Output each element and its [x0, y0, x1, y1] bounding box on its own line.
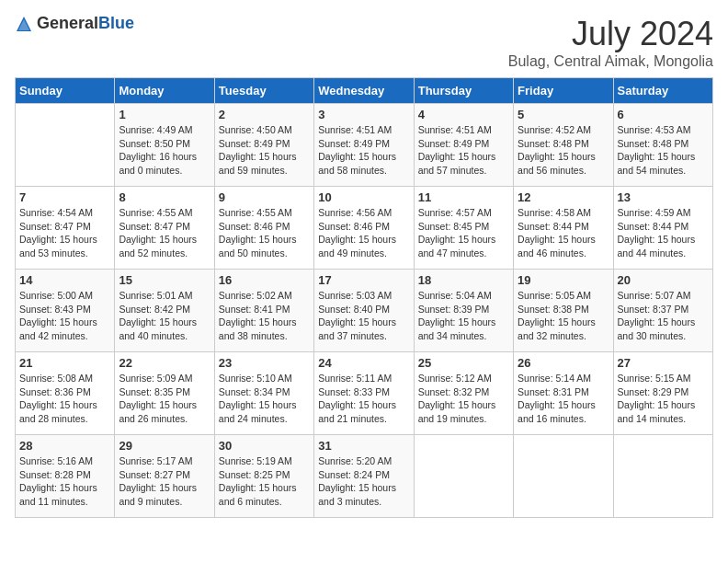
header-friday: Friday	[514, 78, 613, 104]
day-info: Sunrise: 5:00 AM Sunset: 8:43 PM Dayligh…	[19, 289, 110, 343]
day-cell: 21Sunrise: 5:08 AM Sunset: 8:36 PM Dayli…	[16, 352, 115, 435]
day-info: Sunrise: 4:53 AM Sunset: 8:48 PM Dayligh…	[618, 123, 709, 178]
day-cell: 4Sunrise: 4:51 AM Sunset: 8:49 PM Daylig…	[414, 104, 513, 187]
day-number: 30	[219, 439, 310, 453]
day-info: Sunrise: 5:05 AM Sunset: 8:38 PM Dayligh…	[518, 289, 609, 343]
day-number: 29	[119, 439, 210, 453]
day-number: 16	[219, 273, 310, 287]
day-number: 26	[518, 356, 609, 370]
month-title: July 2024	[508, 15, 713, 53]
week-row-2: 7Sunrise: 4:54 AM Sunset: 8:47 PM Daylig…	[16, 187, 713, 270]
header-monday: Monday	[115, 78, 214, 104]
week-row-5: 28Sunrise: 5:16 AM Sunset: 8:28 PM Dayli…	[16, 435, 713, 518]
header-saturday: Saturday	[613, 78, 712, 104]
day-info: Sunrise: 5:02 AM Sunset: 8:41 PM Dayligh…	[219, 289, 310, 343]
week-row-3: 14Sunrise: 5:00 AM Sunset: 8:43 PM Dayli…	[16, 270, 713, 352]
day-number: 28	[19, 439, 110, 453]
day-cell: 16Sunrise: 5:02 AM Sunset: 8:41 PM Dayli…	[214, 270, 313, 352]
day-info: Sunrise: 5:19 AM Sunset: 8:25 PM Dayligh…	[219, 454, 310, 509]
day-info: Sunrise: 5:08 AM Sunset: 8:36 PM Dayligh…	[19, 372, 110, 426]
day-number: 22	[119, 356, 210, 370]
day-cell: 27Sunrise: 5:15 AM Sunset: 8:29 PM Dayli…	[613, 352, 712, 435]
day-number: 21	[19, 356, 110, 370]
day-info: Sunrise: 5:09 AM Sunset: 8:35 PM Dayligh…	[119, 372, 210, 426]
day-number: 15	[119, 273, 210, 287]
day-info: Sunrise: 4:50 AM Sunset: 8:49 PM Dayligh…	[219, 123, 310, 178]
day-cell: 30Sunrise: 5:19 AM Sunset: 8:25 PM Dayli…	[214, 435, 313, 518]
day-cell: 29Sunrise: 5:17 AM Sunset: 8:27 PM Dayli…	[115, 435, 214, 518]
day-cell: 7Sunrise: 4:54 AM Sunset: 8:47 PM Daylig…	[16, 187, 115, 270]
day-cell: 10Sunrise: 4:56 AM Sunset: 8:46 PM Dayli…	[314, 187, 414, 270]
header-tuesday: Tuesday	[214, 78, 313, 104]
day-number: 24	[318, 356, 409, 370]
day-number: 9	[219, 190, 310, 204]
day-info: Sunrise: 5:10 AM Sunset: 8:34 PM Dayligh…	[219, 372, 310, 426]
day-number: 7	[19, 190, 110, 204]
day-cell: 20Sunrise: 5:07 AM Sunset: 8:37 PM Dayli…	[613, 270, 712, 352]
day-cell: 3Sunrise: 4:51 AM Sunset: 8:49 PM Daylig…	[314, 104, 414, 187]
day-cell	[514, 435, 613, 518]
day-cell: 8Sunrise: 4:55 AM Sunset: 8:47 PM Daylig…	[115, 187, 214, 270]
day-number: 4	[418, 108, 509, 121]
day-number: 17	[318, 273, 409, 287]
day-info: Sunrise: 4:58 AM Sunset: 8:44 PM Dayligh…	[518, 206, 609, 260]
day-number: 2	[219, 108, 310, 121]
day-info: Sunrise: 4:49 AM Sunset: 8:50 PM Dayligh…	[119, 123, 210, 178]
day-cell: 11Sunrise: 4:57 AM Sunset: 8:45 PM Dayli…	[414, 187, 513, 270]
day-cell: 9Sunrise: 4:55 AM Sunset: 8:46 PM Daylig…	[214, 187, 313, 270]
calendar-header-row: SundayMondayTuesdayWednesdayThursdayFrid…	[16, 78, 713, 104]
day-info: Sunrise: 5:14 AM Sunset: 8:31 PM Dayligh…	[518, 372, 609, 426]
day-cell: 26Sunrise: 5:14 AM Sunset: 8:31 PM Dayli…	[514, 352, 613, 435]
day-info: Sunrise: 4:55 AM Sunset: 8:46 PM Dayligh…	[219, 206, 310, 260]
day-cell: 22Sunrise: 5:09 AM Sunset: 8:35 PM Dayli…	[115, 352, 214, 435]
day-number: 18	[418, 273, 509, 287]
header-thursday: Thursday	[414, 78, 513, 104]
day-cell: 2Sunrise: 4:50 AM Sunset: 8:49 PM Daylig…	[214, 104, 313, 187]
day-info: Sunrise: 4:57 AM Sunset: 8:45 PM Dayligh…	[418, 206, 509, 260]
day-cell: 19Sunrise: 5:05 AM Sunset: 8:38 PM Dayli…	[514, 270, 613, 352]
day-cell	[16, 104, 115, 187]
day-number: 12	[518, 190, 609, 204]
header-sunday: Sunday	[16, 78, 115, 104]
day-number: 25	[418, 356, 509, 370]
day-info: Sunrise: 4:51 AM Sunset: 8:49 PM Dayligh…	[418, 123, 509, 178]
day-number: 20	[618, 273, 709, 287]
day-number: 27	[618, 356, 709, 370]
day-info: Sunrise: 5:12 AM Sunset: 8:32 PM Dayligh…	[418, 372, 509, 426]
day-number: 10	[318, 190, 409, 204]
day-cell: 28Sunrise: 5:16 AM Sunset: 8:28 PM Dayli…	[16, 435, 115, 518]
header-wednesday: Wednesday	[314, 78, 414, 104]
day-cell: 5Sunrise: 4:52 AM Sunset: 8:48 PM Daylig…	[514, 104, 613, 187]
day-cell: 6Sunrise: 4:53 AM Sunset: 8:48 PM Daylig…	[613, 104, 712, 187]
logo-general: GeneralBlue	[37, 15, 134, 33]
day-number: 14	[19, 273, 110, 287]
day-info: Sunrise: 5:11 AM Sunset: 8:33 PM Dayligh…	[318, 372, 409, 426]
page-header: GeneralBlue July 2024 Bulag, Central Aim…	[15, 15, 713, 70]
day-number: 19	[518, 273, 609, 287]
title-area: July 2024 Bulag, Central Aimak, Mongolia	[508, 15, 713, 70]
day-info: Sunrise: 4:52 AM Sunset: 8:48 PM Dayligh…	[518, 123, 609, 178]
day-info: Sunrise: 4:56 AM Sunset: 8:46 PM Dayligh…	[318, 206, 409, 260]
day-cell: 25Sunrise: 5:12 AM Sunset: 8:32 PM Dayli…	[414, 352, 513, 435]
day-number: 11	[418, 190, 509, 204]
week-row-1: 1Sunrise: 4:49 AM Sunset: 8:50 PM Daylig…	[16, 104, 713, 187]
day-info: Sunrise: 5:01 AM Sunset: 8:42 PM Dayligh…	[119, 289, 210, 343]
logo-icon	[15, 15, 33, 33]
day-info: Sunrise: 5:17 AM Sunset: 8:27 PM Dayligh…	[119, 454, 210, 509]
day-cell: 15Sunrise: 5:01 AM Sunset: 8:42 PM Dayli…	[115, 270, 214, 352]
day-number: 1	[119, 108, 210, 121]
week-row-4: 21Sunrise: 5:08 AM Sunset: 8:36 PM Dayli…	[16, 352, 713, 435]
day-cell: 23Sunrise: 5:10 AM Sunset: 8:34 PM Dayli…	[214, 352, 313, 435]
day-info: Sunrise: 5:15 AM Sunset: 8:29 PM Dayligh…	[618, 372, 709, 426]
day-info: Sunrise: 4:55 AM Sunset: 8:47 PM Dayligh…	[119, 206, 210, 260]
day-info: Sunrise: 5:20 AM Sunset: 8:24 PM Dayligh…	[318, 454, 409, 509]
day-info: Sunrise: 5:03 AM Sunset: 8:40 PM Dayligh…	[318, 289, 409, 343]
day-number: 5	[518, 108, 609, 121]
day-cell: 13Sunrise: 4:59 AM Sunset: 8:44 PM Dayli…	[613, 187, 712, 270]
day-cell	[613, 435, 712, 518]
day-info: Sunrise: 4:51 AM Sunset: 8:49 PM Dayligh…	[318, 123, 409, 178]
day-cell: 12Sunrise: 4:58 AM Sunset: 8:44 PM Dayli…	[514, 187, 613, 270]
day-cell: 31Sunrise: 5:20 AM Sunset: 8:24 PM Dayli…	[314, 435, 414, 518]
day-number: 8	[119, 190, 210, 204]
day-cell: 14Sunrise: 5:00 AM Sunset: 8:43 PM Dayli…	[16, 270, 115, 352]
